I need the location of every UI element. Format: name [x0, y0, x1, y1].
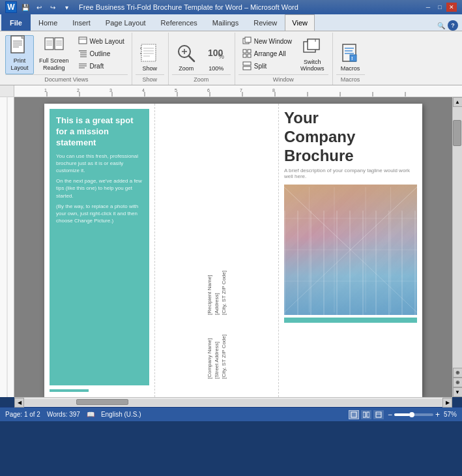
- arrange-all-button[interactable]: Arrange All: [238, 48, 295, 59]
- status-bar: Page: 1 of 2 Words: 397 📖 English (U.S.)…: [0, 407, 462, 421]
- recipient-address: [Recipient Name][Address][City, ST ZIP C…: [206, 271, 228, 315]
- split-button[interactable]: Split: [238, 60, 295, 72]
- title-bar-left: W 💾 ↩ ↪ ▾ Free Business Tri-Fold Brochur…: [5, 1, 298, 13]
- zoom-button[interactable]: Zoom: [172, 35, 201, 74]
- tab-page-layout[interactable]: Page Layout: [98, 14, 153, 31]
- new-window-button[interactable]: New Window: [238, 35, 295, 47]
- quick-access-toolbar: 💾 ↩ ↪ ▾: [20, 1, 72, 13]
- minimize-button[interactable]: ─: [423, 3, 433, 12]
- zoom-in-button[interactable]: +: [435, 410, 440, 419]
- zoom-group-label: Zoom: [172, 74, 231, 84]
- tab-home[interactable]: Home: [31, 14, 65, 31]
- tab-insert[interactable]: Insert: [65, 14, 98, 31]
- switch-windows-label: SwitchWindows: [300, 59, 325, 72]
- title-bar-controls: ─ □ ✕: [423, 3, 457, 12]
- close-button[interactable]: ✕: [446, 3, 457, 12]
- view-mode-buttons: [349, 410, 384, 419]
- svg-text:8: 8: [272, 88, 275, 93]
- scroll-page-up-button[interactable]: ⊕: [453, 368, 463, 378]
- svg-text:4: 4: [142, 88, 145, 93]
- outline-icon: [78, 48, 88, 59]
- zoom-out-button[interactable]: −: [388, 410, 392, 419]
- draft-button[interactable]: Draft: [74, 60, 128, 72]
- undo-button[interactable]: ↩: [33, 1, 45, 13]
- status-fullscreen-button[interactable]: [361, 410, 371, 419]
- document-page: This is a great spot for a mission state…: [44, 104, 422, 397]
- full-screen-reading-button[interactable]: Full ScreenReading: [35, 35, 73, 74]
- teal-progress-bar: [50, 389, 89, 392]
- zoom-100-label: 100%: [209, 65, 224, 72]
- status-right: − + 57%: [349, 410, 457, 419]
- zoom-percent-label[interactable]: 57%: [444, 411, 457, 418]
- scroll-right-button[interactable]: ▶: [442, 398, 452, 408]
- tab-review[interactable]: Review: [246, 14, 284, 31]
- scroll-up-button[interactable]: ▲: [453, 97, 463, 107]
- show-label: Show: [142, 65, 157, 72]
- svg-rect-43: [243, 67, 251, 70]
- teal-para-2: On the next page, we've added a few tips…: [56, 177, 143, 200]
- svg-rect-99: [376, 412, 381, 417]
- switch-windows-button[interactable]: SwitchWindows: [296, 35, 328, 74]
- status-print-layout-button[interactable]: [349, 410, 359, 419]
- scroll-page-down-button[interactable]: ⊕: [453, 378, 463, 387]
- horizontal-scrollbar[interactable]: ◀ ▶: [14, 397, 452, 407]
- scroll-thumb[interactable]: [453, 120, 461, 146]
- web-layout-button[interactable]: Web Layout: [74, 35, 128, 47]
- switch-windows-icon: [302, 37, 323, 57]
- svg-rect-37: [245, 37, 251, 42]
- macros-buttons: ! Macros: [336, 34, 365, 74]
- zoom-100-button[interactable]: 100 % 100%: [202, 35, 231, 74]
- svg-rect-39: [248, 50, 251, 53]
- macros-button[interactable]: ! Macros: [336, 35, 365, 74]
- zoom-buttons: Zoom 100 % 100%: [172, 34, 231, 74]
- maximize-button[interactable]: □: [435, 3, 445, 12]
- h-scroll-track: [24, 399, 442, 406]
- outline-button[interactable]: Outline: [74, 48, 128, 59]
- word-count[interactable]: Words: 397: [47, 411, 80, 418]
- qat-dropdown-button[interactable]: ▾: [61, 1, 72, 13]
- rotated-text-block: [Recipient Name][Address][City, ST ZIP C…: [206, 271, 228, 379]
- brochure-panel-left: This is a great spot for a mission state…: [44, 104, 155, 397]
- brochure-panel-middle: [Recipient Name][Address][City, ST ZIP C…: [155, 104, 279, 397]
- document-views-label: Document Views: [5, 74, 128, 84]
- help-icon[interactable]: ?: [448, 20, 458, 31]
- ribbon-buttons-views: PrintLayout: [5, 34, 128, 74]
- macros-group-label: Macros: [336, 74, 365, 84]
- tab-mailings[interactable]: Mailings: [205, 14, 246, 31]
- show-button[interactable]: Show: [136, 35, 164, 74]
- zoom-slider[interactable]: [394, 413, 433, 416]
- tab-file[interactable]: File: [1, 14, 31, 31]
- h-scroll-thumb[interactable]: [76, 399, 128, 405]
- save-button[interactable]: 💾: [20, 1, 31, 13]
- draft-icon: [78, 61, 88, 71]
- ribbon-group-document-views: PrintLayout: [3, 33, 132, 85]
- scroll-down-button[interactable]: ▼: [453, 387, 463, 397]
- company-tagline: A brief description of your company tagl…: [284, 168, 417, 179]
- page-indicator[interactable]: Page: 1 of 2: [5, 411, 40, 418]
- document-area: 1 2 3 4 5 6 7 This is a great spot for a…: [0, 97, 462, 397]
- new-window-icon: [242, 36, 252, 46]
- window-buttons: New Window Arrange All: [238, 34, 328, 74]
- page-canvas: This is a great spot for a mission state…: [14, 97, 452, 397]
- tab-view[interactable]: View: [285, 14, 315, 31]
- print-layout-label: PrintLayout: [10, 57, 28, 72]
- zoom-label: Zoom: [179, 65, 194, 72]
- svg-marker-1: [22, 36, 24, 38]
- svg-text:5: 5: [175, 88, 177, 93]
- outline-label: Outline: [90, 50, 111, 57]
- arrange-all-label: Arrange All: [254, 50, 286, 57]
- svg-rect-42: [243, 62, 251, 65]
- scroll-left-button[interactable]: ◀: [14, 398, 24, 408]
- split-icon: [242, 61, 252, 71]
- window-group-label: Window: [238, 74, 328, 84]
- svg-rect-23: [141, 44, 156, 61]
- svg-rect-96: [351, 412, 356, 417]
- window-title: Free Business Tri-Fold Brochure Template…: [79, 3, 298, 11]
- language-indicator[interactable]: English (U.S.): [101, 411, 141, 418]
- ribbon: File Home Insert Page Layout References …: [0, 14, 462, 85]
- print-layout-button[interactable]: PrintLayout: [5, 35, 34, 74]
- vertical-scrollbar[interactable]: ▲ ⊕ ⊕ ▼: [452, 97, 462, 397]
- status-web-layout-button[interactable]: [373, 410, 384, 419]
- tab-references[interactable]: References: [154, 14, 205, 31]
- redo-button[interactable]: ↪: [47, 1, 59, 13]
